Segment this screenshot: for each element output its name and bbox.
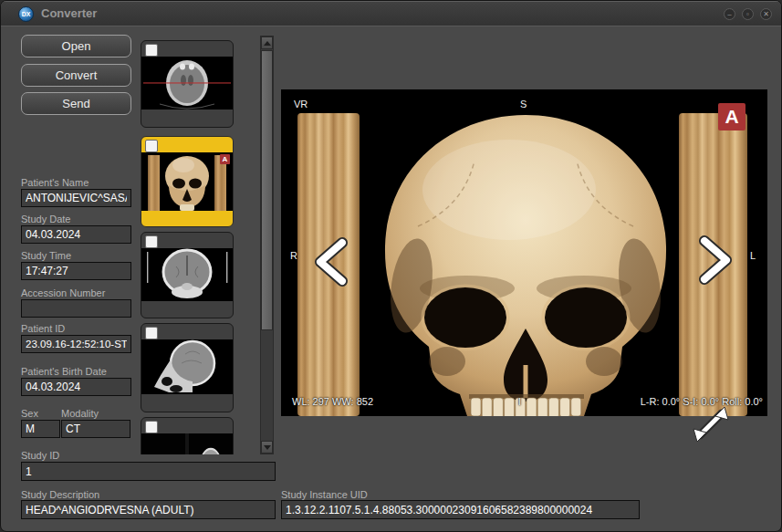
viewer-canvas[interactable]: VR S R L WL: 297 WW: 852 I L-R: 0.0° S-I…	[281, 89, 767, 416]
thumbnail-checkbox[interactable]	[145, 327, 158, 339]
thumbnail-scrollbar[interactable]	[260, 36, 274, 454]
vendor-logo: A	[718, 103, 746, 130]
patients-name-label: Patient's Name	[21, 177, 89, 188]
app-icon-text: DX	[22, 11, 31, 17]
study-instance-uid-label: Study Instance UID	[281, 489, 368, 500]
send-button[interactable]: Send	[21, 92, 131, 115]
sagittal-ct-thumbnail-image	[141, 339, 233, 394]
arrow-up-icon	[264, 41, 271, 46]
skull-3d-thumbnail-image	[141, 152, 233, 211]
scroll-up-button[interactable]	[261, 37, 273, 49]
next-image-button[interactable]	[696, 235, 736, 285]
study-time-field[interactable]	[21, 262, 131, 280]
title-bar[interactable]: DX Converter – ▫ ✕	[1, 1, 781, 26]
orientation-inferior-label: I	[518, 396, 521, 407]
vendor-logo-mini: A	[220, 154, 230, 164]
patients-birth-date-field[interactable]	[21, 378, 131, 396]
orientation-superior-label: S	[520, 99, 527, 110]
previous-image-button[interactable]	[310, 237, 350, 287]
window-level-readout: WL: 297 WW: 852	[292, 396, 373, 407]
scrollbar-thumb[interactable]	[261, 50, 273, 330]
thumbnail-list: A	[140, 36, 236, 454]
scroll-down-button[interactable]	[261, 441, 273, 454]
thumbnail-checkbox[interactable]	[145, 235, 158, 248]
thumbnail-checkbox[interactable]	[145, 421, 158, 433]
patient-id-field[interactable]	[21, 335, 131, 353]
mosaic-ct-thumbnail-image	[141, 433, 233, 454]
convert-button[interactable]: Convert	[21, 64, 131, 87]
thumbnail-item-3d-skull[interactable]: A	[141, 136, 234, 227]
vendor-logo-letter: A	[725, 106, 738, 128]
modality-label: Modality	[61, 408, 99, 419]
accession-number-label: Accession Number	[21, 287, 105, 298]
skull-3d-render	[281, 89, 767, 416]
patients-birth-date-label: Patient's Birth Date	[21, 366, 107, 377]
open-button[interactable]: Open	[21, 35, 131, 57]
study-id-field[interactable]	[21, 462, 276, 481]
modality-field[interactable]	[61, 420, 130, 438]
render-mode-label: VR	[294, 99, 308, 110]
study-description-field[interactable]	[21, 500, 276, 519]
orientation-right-label: R	[290, 250, 297, 261]
accession-number-field[interactable]	[21, 299, 131, 318]
thumbnail-item-sagittal[interactable]	[141, 323, 234, 412]
study-description-label: Study Description	[21, 489, 99, 500]
axial-ct-thumbnail-image	[141, 57, 233, 110]
thumbnail-checkbox[interactable]	[145, 44, 158, 57]
study-instance-uid-field[interactable]	[281, 500, 640, 519]
thumbnail-checkbox[interactable]	[145, 140, 158, 152]
minimize-button[interactable]: –	[724, 8, 735, 20]
orientation-left-label: L	[750, 250, 756, 261]
study-date-label: Study Date	[21, 214, 70, 224]
resize-handle[interactable]	[692, 405, 730, 443]
study-time-label: Study Time	[21, 250, 71, 261]
sex-field[interactable]	[21, 420, 60, 438]
maximize-button[interactable]: ▫	[742, 8, 754, 20]
patients-name-field[interactable]	[21, 189, 131, 207]
sex-label: Sex	[21, 408, 38, 419]
arrow-down-icon	[264, 445, 271, 450]
thumbnail-item-mosaic[interactable]	[141, 417, 234, 454]
coronal-ct-thumbnail-image	[141, 248, 233, 301]
patient-id-label: Patient ID	[21, 323, 65, 334]
close-button[interactable]: ✕	[760, 8, 772, 20]
thumbnail-item-coronal[interactable]	[141, 232, 234, 318]
study-id-label: Study ID	[21, 450, 59, 461]
app-icon: DX	[18, 6, 34, 22]
thumbnail-item-axial[interactable]	[141, 40, 234, 128]
study-date-field[interactable]	[21, 225, 131, 244]
converter-window: DX Converter – ▫ ✕ Open Convert Send Pat…	[0, 0, 782, 532]
window-title: Converter	[41, 6, 97, 20]
